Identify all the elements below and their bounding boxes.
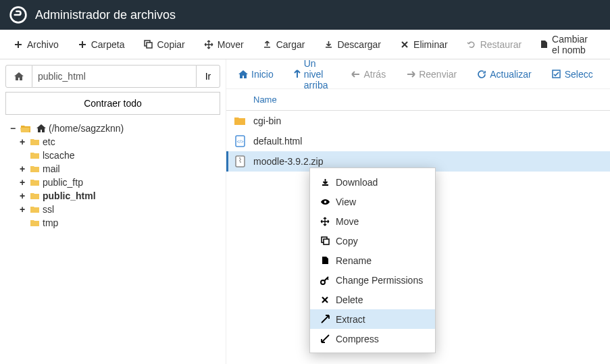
move-icon xyxy=(320,217,330,226)
file-icon xyxy=(540,40,548,49)
collapse-all-button[interactable]: Contraer todo xyxy=(5,92,220,115)
svg-rect-2 xyxy=(147,43,152,48)
folder-icon xyxy=(30,138,40,146)
folder-icon xyxy=(30,205,40,213)
nav-forward: Reenviar xyxy=(401,66,462,82)
compress-icon xyxy=(320,334,330,343)
ctx-extract[interactable]: Extract xyxy=(310,309,435,329)
table-header[interactable]: Name xyxy=(226,89,610,111)
file-row[interactable]: cgi-bin xyxy=(226,111,610,131)
tree-root[interactable]: − (/home/sagzzknn) xyxy=(8,122,220,135)
key-icon xyxy=(320,276,330,285)
page-title: Administrador de archivos xyxy=(35,8,176,22)
column-name: Name xyxy=(253,95,277,105)
ctx-download[interactable]: Download xyxy=(310,172,435,192)
eye-icon xyxy=(320,199,330,205)
go-button[interactable]: Ir xyxy=(196,65,220,88)
tree-item[interactable]: +public_ftp xyxy=(8,176,220,189)
rename-button[interactable]: Cambiar el nomb xyxy=(534,30,603,59)
upload-icon xyxy=(263,40,272,49)
download-icon xyxy=(320,178,330,186)
folder-button[interactable]: Carpeta xyxy=(71,35,132,54)
tree-item[interactable]: +public_html xyxy=(8,189,220,203)
ctx-view[interactable]: View xyxy=(310,192,435,211)
svg-point-7 xyxy=(324,201,326,203)
arrow-up-icon xyxy=(294,70,301,79)
tree-item[interactable]: lscache xyxy=(8,149,220,162)
ctx-copy[interactable]: Copy xyxy=(310,231,435,251)
file-button[interactable]: Archivo xyxy=(7,35,66,54)
move-button[interactable]: Mover xyxy=(197,35,251,54)
ctx-permissions[interactable]: Change Permissions xyxy=(310,270,435,290)
arrow-right-icon xyxy=(406,70,415,79)
home-icon xyxy=(238,70,248,79)
delete-button[interactable]: Eliminar xyxy=(393,35,455,54)
download-icon xyxy=(324,40,333,49)
ctx-rename[interactable]: Rename xyxy=(310,251,435,270)
nav-up[interactable]: Un nivel arriba xyxy=(288,59,336,93)
copy-icon xyxy=(144,40,153,49)
x-icon xyxy=(400,40,409,49)
tree-item[interactable]: +mail xyxy=(8,162,220,176)
plus-icon xyxy=(14,40,23,49)
svg-text:</>: </> xyxy=(236,139,243,144)
ctx-delete[interactable]: Delete xyxy=(310,290,435,309)
ctx-compress[interactable]: Compress xyxy=(310,329,435,348)
nav-refresh[interactable]: Actualizar xyxy=(472,66,536,82)
restore-button: Restaurar xyxy=(460,35,528,54)
download-button[interactable]: Descargar xyxy=(317,35,388,54)
folder-icon xyxy=(232,116,248,126)
checkbox-icon xyxy=(552,70,561,79)
ctx-move[interactable]: Move xyxy=(310,211,435,231)
folder-tree: − (/home/sagzzknn) +etclscache+mail+publ… xyxy=(5,122,220,230)
tree-item[interactable]: tmp xyxy=(8,216,220,230)
main-toolbar: Archivo Carpeta Copiar Mover Cargar Desc… xyxy=(0,30,610,59)
copy-icon xyxy=(320,236,330,245)
expand-icon xyxy=(320,315,330,323)
sidebar: Ir Contraer todo − (/home/sagzzknn) +etc… xyxy=(0,59,226,364)
folder-open-icon xyxy=(20,124,31,133)
folder-icon xyxy=(30,178,40,186)
tree-item[interactable]: +ssl xyxy=(8,203,220,216)
html-icon: </> xyxy=(232,135,248,147)
nav-home[interactable]: Inicio xyxy=(233,66,279,82)
folder-icon xyxy=(30,192,40,200)
copy-button[interactable]: Copiar xyxy=(137,35,192,54)
refresh-icon xyxy=(477,70,486,79)
home-icon xyxy=(36,124,46,132)
zip-icon xyxy=(232,155,248,167)
navigation-bar: Inicio Un nivel arriba Atrás Reenviar Ac… xyxy=(226,59,610,89)
file-icon xyxy=(320,256,330,265)
folder-icon xyxy=(30,151,40,159)
cpanel-logo xyxy=(8,5,28,25)
upload-button[interactable]: Cargar xyxy=(256,35,312,54)
path-input[interactable] xyxy=(32,65,196,88)
tree-item[interactable]: +etc xyxy=(8,135,220,149)
folder-icon xyxy=(30,165,40,173)
home-button[interactable] xyxy=(5,65,32,88)
context-menu: Download View Move Copy Rename Change Pe… xyxy=(309,167,436,353)
file-row[interactable]: </>default.html xyxy=(226,131,610,151)
app-header: Administrador de archivos xyxy=(0,0,610,30)
x-icon xyxy=(320,296,330,304)
svg-rect-9 xyxy=(324,239,329,244)
folder-icon xyxy=(30,219,40,227)
plus-icon xyxy=(78,40,87,49)
move-icon xyxy=(204,40,213,49)
arrow-left-icon xyxy=(351,70,360,79)
nav-select[interactable]: Selecc xyxy=(547,66,599,82)
nav-back: Atrás xyxy=(345,66,391,82)
undo-icon xyxy=(467,40,476,49)
